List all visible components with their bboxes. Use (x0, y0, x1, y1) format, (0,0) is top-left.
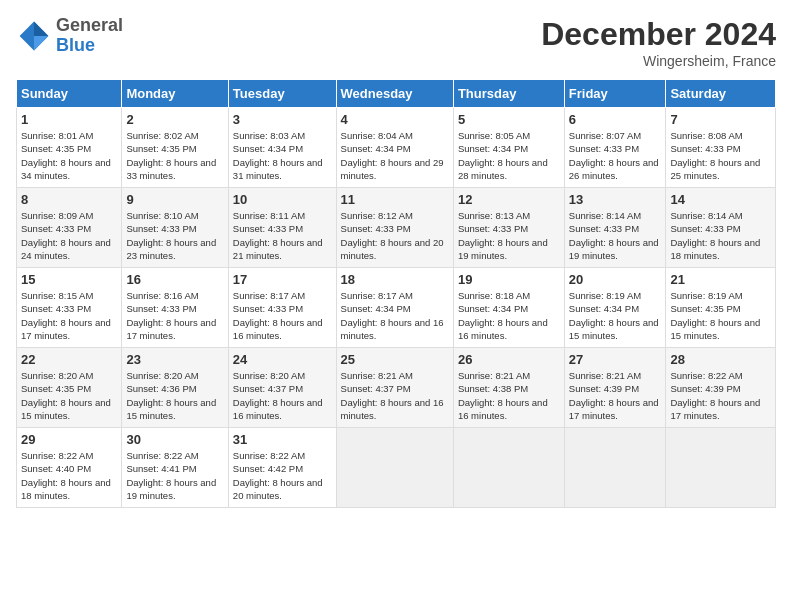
calendar-cell (336, 428, 453, 508)
day-info: Sunrise: 8:17 AMSunset: 4:33 PMDaylight:… (233, 289, 332, 342)
day-number: 15 (21, 272, 117, 287)
calendar-cell: 4 Sunrise: 8:04 AMSunset: 4:34 PMDayligh… (336, 108, 453, 188)
calendar-cell: 15 Sunrise: 8:15 AMSunset: 4:33 PMDaylig… (17, 268, 122, 348)
day-number: 22 (21, 352, 117, 367)
day-number: 16 (126, 272, 223, 287)
day-info: Sunrise: 8:14 AMSunset: 4:33 PMDaylight:… (569, 209, 662, 262)
day-info: Sunrise: 8:13 AMSunset: 4:33 PMDaylight:… (458, 209, 560, 262)
calendar-cell: 18 Sunrise: 8:17 AMSunset: 4:34 PMDaylig… (336, 268, 453, 348)
day-info: Sunrise: 8:17 AMSunset: 4:34 PMDaylight:… (341, 289, 449, 342)
day-header-tuesday: Tuesday (228, 80, 336, 108)
day-info: Sunrise: 8:04 AMSunset: 4:34 PMDaylight:… (341, 129, 449, 182)
day-info: Sunrise: 8:22 AMSunset: 4:40 PMDaylight:… (21, 449, 117, 502)
day-info: Sunrise: 8:20 AMSunset: 4:36 PMDaylight:… (126, 369, 223, 422)
day-info: Sunrise: 8:16 AMSunset: 4:33 PMDaylight:… (126, 289, 223, 342)
day-info: Sunrise: 8:22 AMSunset: 4:42 PMDaylight:… (233, 449, 332, 502)
day-number: 26 (458, 352, 560, 367)
day-number: 5 (458, 112, 560, 127)
page-header: General Blue December 2024 Wingersheim, … (16, 16, 776, 69)
day-number: 9 (126, 192, 223, 207)
calendar-cell: 26 Sunrise: 8:21 AMSunset: 4:38 PMDaylig… (453, 348, 564, 428)
page-title: December 2024 (541, 16, 776, 53)
day-number: 8 (21, 192, 117, 207)
calendar-cell: 2 Sunrise: 8:02 AMSunset: 4:35 PMDayligh… (122, 108, 228, 188)
day-number: 14 (670, 192, 771, 207)
day-number: 10 (233, 192, 332, 207)
day-header-thursday: Thursday (453, 80, 564, 108)
day-number: 7 (670, 112, 771, 127)
page-subtitle: Wingersheim, France (541, 53, 776, 69)
day-number: 27 (569, 352, 662, 367)
day-header-sunday: Sunday (17, 80, 122, 108)
day-info: Sunrise: 8:22 AMSunset: 4:39 PMDaylight:… (670, 369, 771, 422)
day-header-monday: Monday (122, 80, 228, 108)
calendar-cell: 10 Sunrise: 8:11 AMSunset: 4:33 PMDaylig… (228, 188, 336, 268)
calendar-cell: 21 Sunrise: 8:19 AMSunset: 4:35 PMDaylig… (666, 268, 776, 348)
day-info: Sunrise: 8:20 AMSunset: 4:35 PMDaylight:… (21, 369, 117, 422)
day-info: Sunrise: 8:01 AMSunset: 4:35 PMDaylight:… (21, 129, 117, 182)
logo-icon (16, 18, 52, 54)
day-info: Sunrise: 8:03 AMSunset: 4:34 PMDaylight:… (233, 129, 332, 182)
days-header-row: SundayMondayTuesdayWednesdayThursdayFrid… (17, 80, 776, 108)
calendar-cell: 25 Sunrise: 8:21 AMSunset: 4:37 PMDaylig… (336, 348, 453, 428)
day-info: Sunrise: 8:21 AMSunset: 4:38 PMDaylight:… (458, 369, 560, 422)
day-number: 1 (21, 112, 117, 127)
day-number: 29 (21, 432, 117, 447)
day-number: 12 (458, 192, 560, 207)
day-number: 20 (569, 272, 662, 287)
day-number: 6 (569, 112, 662, 127)
calendar-cell: 28 Sunrise: 8:22 AMSunset: 4:39 PMDaylig… (666, 348, 776, 428)
calendar-cell: 6 Sunrise: 8:07 AMSunset: 4:33 PMDayligh… (564, 108, 666, 188)
day-info: Sunrise: 8:11 AMSunset: 4:33 PMDaylight:… (233, 209, 332, 262)
calendar-cell: 8 Sunrise: 8:09 AMSunset: 4:33 PMDayligh… (17, 188, 122, 268)
day-info: Sunrise: 8:07 AMSunset: 4:33 PMDaylight:… (569, 129, 662, 182)
day-number: 18 (341, 272, 449, 287)
day-number: 31 (233, 432, 332, 447)
day-info: Sunrise: 8:14 AMSunset: 4:33 PMDaylight:… (670, 209, 771, 262)
logo-blue: Blue (56, 35, 95, 55)
day-number: 25 (341, 352, 449, 367)
day-number: 3 (233, 112, 332, 127)
week-row-4: 22 Sunrise: 8:20 AMSunset: 4:35 PMDaylig… (17, 348, 776, 428)
day-info: Sunrise: 8:12 AMSunset: 4:33 PMDaylight:… (341, 209, 449, 262)
logo: General Blue (16, 16, 123, 56)
day-number: 13 (569, 192, 662, 207)
day-info: Sunrise: 8:05 AMSunset: 4:34 PMDaylight:… (458, 129, 560, 182)
calendar-cell (666, 428, 776, 508)
calendar-cell: 30 Sunrise: 8:22 AMSunset: 4:41 PMDaylig… (122, 428, 228, 508)
calendar-cell: 24 Sunrise: 8:20 AMSunset: 4:37 PMDaylig… (228, 348, 336, 428)
day-number: 23 (126, 352, 223, 367)
calendar-cell: 1 Sunrise: 8:01 AMSunset: 4:35 PMDayligh… (17, 108, 122, 188)
day-info: Sunrise: 8:19 AMSunset: 4:34 PMDaylight:… (569, 289, 662, 342)
day-info: Sunrise: 8:22 AMSunset: 4:41 PMDaylight:… (126, 449, 223, 502)
day-number: 24 (233, 352, 332, 367)
day-header-saturday: Saturday (666, 80, 776, 108)
calendar-cell: 27 Sunrise: 8:21 AMSunset: 4:39 PMDaylig… (564, 348, 666, 428)
day-header-friday: Friday (564, 80, 666, 108)
day-info: Sunrise: 8:18 AMSunset: 4:34 PMDaylight:… (458, 289, 560, 342)
calendar-cell: 3 Sunrise: 8:03 AMSunset: 4:34 PMDayligh… (228, 108, 336, 188)
week-row-3: 15 Sunrise: 8:15 AMSunset: 4:33 PMDaylig… (17, 268, 776, 348)
day-info: Sunrise: 8:10 AMSunset: 4:33 PMDaylight:… (126, 209, 223, 262)
calendar-cell: 17 Sunrise: 8:17 AMSunset: 4:33 PMDaylig… (228, 268, 336, 348)
svg-marker-2 (34, 36, 48, 50)
calendar-cell: 7 Sunrise: 8:08 AMSunset: 4:33 PMDayligh… (666, 108, 776, 188)
day-info: Sunrise: 8:21 AMSunset: 4:39 PMDaylight:… (569, 369, 662, 422)
calendar-cell: 19 Sunrise: 8:18 AMSunset: 4:34 PMDaylig… (453, 268, 564, 348)
day-info: Sunrise: 8:02 AMSunset: 4:35 PMDaylight:… (126, 129, 223, 182)
title-block: December 2024 Wingersheim, France (541, 16, 776, 69)
calendar-cell: 14 Sunrise: 8:14 AMSunset: 4:33 PMDaylig… (666, 188, 776, 268)
day-number: 11 (341, 192, 449, 207)
day-number: 4 (341, 112, 449, 127)
day-info: Sunrise: 8:15 AMSunset: 4:33 PMDaylight:… (21, 289, 117, 342)
calendar-cell (453, 428, 564, 508)
logo-general: General (56, 15, 123, 35)
day-info: Sunrise: 8:19 AMSunset: 4:35 PMDaylight:… (670, 289, 771, 342)
day-number: 2 (126, 112, 223, 127)
week-row-2: 8 Sunrise: 8:09 AMSunset: 4:33 PMDayligh… (17, 188, 776, 268)
logo-text: General Blue (56, 16, 123, 56)
week-row-5: 29 Sunrise: 8:22 AMSunset: 4:40 PMDaylig… (17, 428, 776, 508)
calendar-cell: 29 Sunrise: 8:22 AMSunset: 4:40 PMDaylig… (17, 428, 122, 508)
calendar-cell: 11 Sunrise: 8:12 AMSunset: 4:33 PMDaylig… (336, 188, 453, 268)
day-number: 19 (458, 272, 560, 287)
